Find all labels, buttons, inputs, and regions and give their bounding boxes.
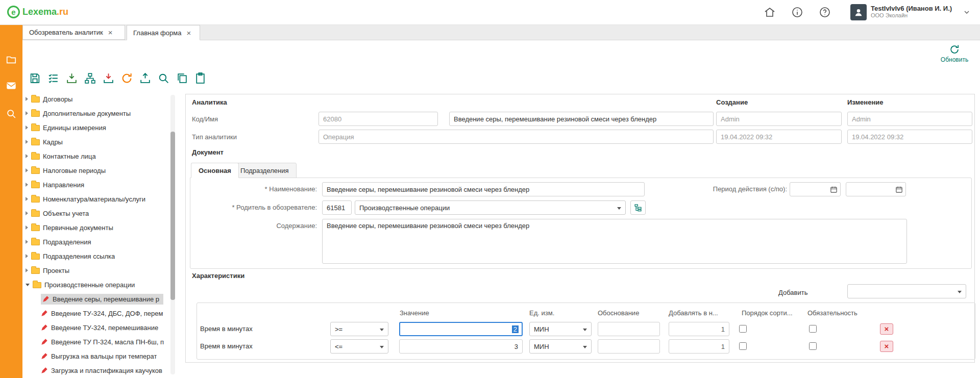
tree-item-operation[interactable]: Выгрузка на вальцы при температ (26, 349, 169, 363)
folder-nav-icon[interactable] (6, 54, 17, 65)
tree-folder-napravleniya[interactable]: Направления (26, 178, 169, 192)
expand-arrow-icon[interactable] (26, 197, 28, 201)
tree-folder-kontaktnye-litsa[interactable]: Контактные лица (26, 149, 169, 163)
add-to-input[interactable] (669, 339, 729, 354)
modified-date-input[interactable] (847, 130, 972, 144)
add-characteristic-select[interactable] (847, 284, 966, 298)
info-icon[interactable] (791, 6, 803, 18)
user-menu-chevron-icon[interactable] (963, 8, 971, 16)
created-date-input[interactable] (716, 130, 842, 144)
value-input-focused[interactable]: 2 (399, 322, 523, 336)
expand-arrow-icon[interactable] (26, 140, 28, 144)
save-icon[interactable] (29, 72, 41, 85)
required-checkbox[interactable] (809, 342, 817, 350)
value-input[interactable] (399, 339, 523, 354)
selected-tree-item[interactable]: Введение серы, перемешивание р (41, 294, 163, 305)
add-to-input[interactable] (669, 322, 729, 336)
close-tab-icon[interactable]: × (108, 29, 113, 36)
parent-select[interactable]: Производственные операции (355, 200, 626, 215)
operator-select[interactable]: <= (330, 339, 388, 354)
upload-icon[interactable] (139, 72, 152, 85)
col-value: Значение (400, 309, 429, 317)
expand-arrow-icon[interactable] (26, 225, 28, 230)
tree-item-operation[interactable]: Введение ТУ-324, перемешивание (26, 320, 169, 335)
tree-folder-podrazdeleniya[interactable]: Подразделения (26, 235, 169, 249)
chevron-down-icon (958, 291, 962, 293)
justification-input[interactable] (598, 322, 660, 336)
checklist-icon[interactable] (47, 72, 60, 85)
search-icon[interactable] (157, 72, 170, 85)
tab-analytics-browser[interactable]: Обозреватель аналитик × (22, 25, 125, 40)
code-input[interactable] (318, 112, 438, 126)
expand-arrow-icon[interactable] (26, 97, 28, 101)
tree-folder-pervichnye-dokumenty[interactable]: Первичные документы (26, 220, 169, 235)
unit-select[interactable]: МИН (529, 339, 592, 354)
tree-scrollbar-track[interactable] (170, 95, 175, 374)
home-icon[interactable] (764, 6, 776, 18)
import-icon[interactable] (65, 72, 78, 85)
justification-input[interactable] (598, 339, 660, 354)
analytics-type-input[interactable] (318, 130, 714, 144)
mail-icon[interactable] (6, 80, 17, 91)
folder-icon (31, 225, 40, 231)
tree-folder-obekty-ucheta[interactable]: Объекты учета (26, 206, 169, 220)
doc-tab-label: Основная (199, 167, 231, 174)
created-user-input[interactable] (716, 112, 842, 126)
sort-order-checkbox[interactable] (739, 325, 747, 333)
expand-arrow-icon[interactable] (26, 111, 28, 115)
help-icon[interactable] (819, 6, 831, 18)
logo-suffix: .ru (57, 7, 68, 17)
lexema-logo[interactable]: e Lexema.ru (7, 6, 68, 18)
user-avatar[interactable] (850, 4, 867, 20)
tree-folder-nomenklatura[interactable]: Номенклатура/материалы/услуги (26, 192, 169, 206)
operator-select[interactable]: >= (330, 322, 388, 336)
copy-icon[interactable] (176, 72, 188, 85)
expand-arrow-icon[interactable] (26, 240, 28, 244)
expand-arrow-icon[interactable] (26, 154, 28, 158)
expand-arrow-icon[interactable] (26, 268, 28, 272)
tree-folder-proekty[interactable]: Проекты (26, 263, 169, 278)
doc-tab-main[interactable]: Основная (191, 163, 239, 178)
period-from-input[interactable] (790, 182, 841, 196)
tree-folder-edinitsy[interactable]: Единицы измерения (26, 120, 169, 135)
tree-structure-icon[interactable] (84, 72, 96, 85)
doc-tab-divisions[interactable]: Подразделения (233, 163, 297, 178)
tree-folder-nalogovye-periody[interactable]: Налоговые периоды (26, 163, 169, 178)
refresh-circle-icon[interactable] (120, 72, 133, 85)
tree-folder-dogovory[interactable]: Договоры (26, 92, 169, 106)
period-to-input[interactable] (846, 182, 906, 196)
tree-item-operation[interactable]: Введение ТУ П-324, масла ПН-6ш, п (26, 335, 169, 349)
tree-item-operation[interactable]: Введение серы, перемешивание р (26, 292, 169, 306)
modified-user-input[interactable] (847, 112, 972, 126)
content-textarea[interactable]: Введение серы, перемешивание резиновой с… (322, 219, 907, 264)
expand-arrow-icon[interactable] (26, 254, 28, 258)
tree-item-operation[interactable]: Введение ТУ-324, ДБС, ДОФ, перем (26, 306, 169, 320)
open-tree-picker-button[interactable] (630, 200, 646, 215)
expand-arrow-icon[interactable] (26, 183, 28, 187)
user-menu[interactable]: TestIvIvIv6 (Иванов И. И.) ООО Эколайн (871, 5, 952, 19)
expand-arrow-icon[interactable] (26, 125, 28, 130)
analytics-name-input[interactable] (449, 112, 714, 126)
tab-main-form[interactable]: Главная форма × (127, 25, 200, 40)
sort-order-checkbox[interactable] (739, 342, 747, 350)
paste-icon[interactable] (194, 72, 207, 85)
search-nav-icon[interactable] (6, 108, 17, 119)
collapse-arrow-icon[interactable] (26, 284, 30, 286)
tree-item-operation[interactable]: Загрузка и пластификация каучуков (26, 363, 169, 377)
expand-arrow-icon[interactable] (26, 168, 28, 172)
delete-row-button[interactable]: × (880, 341, 893, 352)
doc-name-input[interactable] (322, 182, 645, 196)
refresh-button[interactable]: Обновить (933, 44, 976, 63)
expand-arrow-icon[interactable] (26, 211, 28, 215)
tree-folder-proizvodstvennye-operatsii[interactable]: Производственные операции (26, 278, 169, 292)
tree-folder-podrazdeleniya-ssylka[interactable]: Подразделения ссылка (26, 249, 169, 263)
tree-folder-kadry[interactable]: Кадры (26, 135, 169, 149)
close-tab-icon[interactable]: × (186, 29, 191, 37)
tree-folder-dop-dokumenty[interactable]: Дополнительные документы (26, 106, 169, 120)
parent-code-input[interactable] (322, 200, 352, 215)
tree-scrollbar-thumb[interactable] (170, 132, 175, 300)
required-checkbox[interactable] (809, 325, 817, 333)
export-icon[interactable] (102, 72, 115, 85)
unit-select[interactable]: МИН (529, 322, 592, 336)
delete-row-button[interactable]: × (880, 323, 893, 335)
